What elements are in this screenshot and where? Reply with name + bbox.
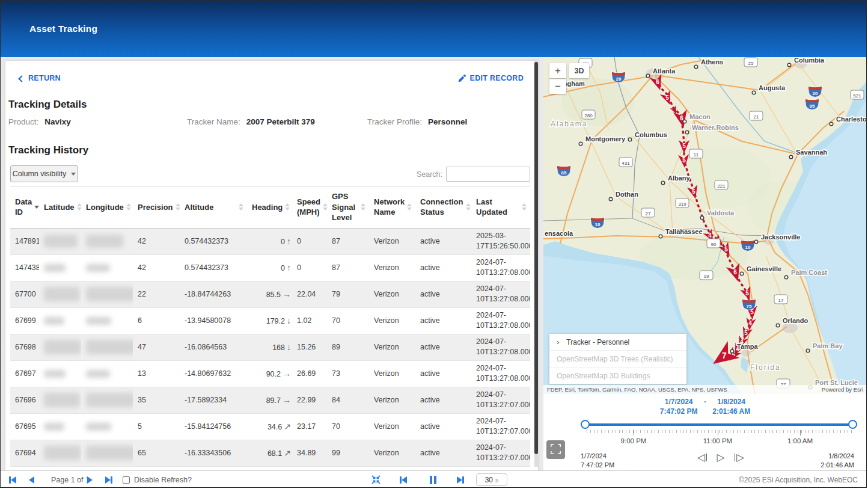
- fullscreen-button[interactable]: [546, 440, 565, 459]
- column-header[interactable]: Network Name: [369, 186, 415, 229]
- column-visibility-button[interactable]: Column visibility: [10, 165, 78, 182]
- table-row[interactable]: 147891420.5744323730↑087Verizonactive202…: [10, 228, 530, 254]
- zoom-in-button[interactable]: +: [549, 63, 566, 78]
- disable-refresh-checkbox[interactable]: [123, 471, 130, 488]
- table-row[interactable]: 676955-15.8412475634.6↗23.1770Verizonact…: [10, 413, 530, 440]
- column-header[interactable]: Connection Status: [415, 186, 471, 229]
- time-slider: 1/7/20247:47:02 PM - 1/8/20242:01:46 AM …: [543, 394, 867, 470]
- column-header[interactable]: Latitude: [39, 186, 81, 229]
- layer-item[interactable]: OpenStreetMap 3D Buildings: [549, 368, 686, 384]
- step-back-button[interactable]: ◁: [697, 452, 708, 463]
- svg-text:25: 25: [748, 61, 754, 66]
- edit-record-link[interactable]: EDIT RECORD: [458, 74, 524, 82]
- city-dot: [784, 275, 788, 279]
- column-header[interactable]: Heading: [247, 186, 292, 229]
- prev-page-button[interactable]: [29, 471, 34, 488]
- column-header[interactable]: Precision: [133, 186, 180, 229]
- table-row[interactable]: 147438420.5744323730↑087Verizonactive202…: [10, 254, 530, 281]
- collapse-panel-button[interactable]: [371, 471, 381, 488]
- map-label: Dothan: [616, 191, 638, 198]
- 3d-mode-button[interactable]: 3D: [569, 63, 589, 78]
- column-header[interactable]: Last Updated: [471, 186, 530, 229]
- slider-ticks: [587, 430, 851, 437]
- first-page-button[interactable]: [9, 471, 16, 488]
- table-row[interactable]: 6769847-16.0864563168↓15.2689Verizonacti…: [10, 334, 530, 360]
- redacted-longitude: [86, 317, 111, 325]
- map-label: Columbus: [635, 131, 667, 138]
- redacted-latitude: [44, 393, 80, 407]
- chevron-down-icon: [71, 173, 76, 176]
- map-label: Macon: [689, 113, 711, 120]
- column-header[interactable]: Data ID: [10, 186, 39, 229]
- redacted-longitude: [86, 340, 133, 354]
- map-label: Columbia: [794, 57, 825, 64]
- tracker-name-value: 2007 Peterbilt 379: [246, 117, 315, 126]
- search-box: Search:: [417, 167, 530, 182]
- pause-refresh-button[interactable]: [430, 471, 436, 488]
- sort-icon: [77, 203, 82, 211]
- map-label: ensacola: [545, 230, 573, 237]
- city-dot: [740, 272, 744, 275]
- refresh-skip-start-button[interactable]: [400, 471, 407, 488]
- slider-track[interactable]: [585, 423, 853, 426]
- tracker-profile-label: Tracker Profile:: [367, 117, 422, 126]
- table-row[interactable]: 6769465-16.3334350668.1↗34.8999Verizonac…: [10, 440, 530, 466]
- play-button[interactable]: ▷: [717, 452, 724, 463]
- step-forward-button[interactable]: ▷: [735, 452, 745, 463]
- refresh-skip-end-button[interactable]: [457, 471, 464, 488]
- refresh-interval-box[interactable]: 30s: [476, 471, 507, 488]
- redacted-latitude: [44, 446, 81, 460]
- highway-shield-icon: 431: [619, 158, 632, 167]
- column-header[interactable]: Longitude: [81, 186, 133, 229]
- svg-text:5: 5: [745, 290, 749, 297]
- svg-text:521: 521: [853, 93, 861, 99]
- layer-item[interactable]: ›Tracker - Personnel: [549, 334, 686, 351]
- interstate-shield-icon: 20: [808, 87, 822, 97]
- redacted-longitude: [86, 287, 133, 301]
- table-scrollbar[interactable]: [534, 61, 538, 467]
- slider-handle-end[interactable]: [848, 420, 857, 429]
- start-datetime-label: 1/7/20247:47:02 PM: [581, 452, 614, 470]
- table-row[interactable]: 676996-13.94580078179.2↓1.0270Verizonact…: [10, 307, 530, 334]
- redacted-latitude: [44, 287, 80, 301]
- expand-icon: ›: [557, 337, 559, 346]
- last-page-button[interactable]: [105, 471, 112, 488]
- sort-icon: [466, 203, 471, 211]
- svg-text:4: 4: [748, 320, 752, 327]
- map-panel: 656555445655454457 431252802152111431221…: [543, 57, 867, 470]
- svg-text:27: 27: [646, 211, 651, 217]
- sort-icon: [176, 203, 180, 211]
- column-header[interactable]: GPS Signal Level: [327, 186, 369, 229]
- highway-shield-icon: 27: [641, 208, 655, 217]
- product-value: Navixy: [44, 117, 71, 126]
- table-row[interactable]: 6769713-14.8069763290.2→26.6973Verizonac…: [10, 360, 530, 387]
- column-header[interactable]: Altitude: [180, 186, 247, 229]
- table-row[interactable]: 6769635-17.589233489.7→22.9984Verizonact…: [10, 387, 530, 413]
- tracker-name-field: Tracker Name:2007 Peterbilt 379: [187, 117, 315, 126]
- svg-text:7: 7: [722, 351, 727, 360]
- zoom-out-button[interactable]: −: [549, 79, 566, 94]
- map-label: Tallahassee: [665, 228, 703, 235]
- search-input[interactable]: [446, 167, 530, 182]
- map-label: Orlando: [783, 317, 808, 324]
- svg-text:319: 319: [678, 201, 686, 207]
- svg-text:10: 10: [745, 245, 751, 250]
- slider-handle-start[interactable]: [581, 420, 590, 429]
- redacted-longitude: [86, 264, 110, 272]
- table-row[interactable]: 6770022-18.8474426385.5→22.0479Verizonac…: [10, 281, 530, 307]
- layer-list: ›Tracker - PersonnelOpenStreetMap 3D Tre…: [549, 334, 686, 384]
- table-row[interactable]: 2024-07-10T13:27:07.000Z: [10, 466, 530, 470]
- redacted-longitude: [86, 235, 123, 248]
- map-label: Palm Bay: [813, 342, 843, 349]
- interstate-shield-icon: 95: [805, 99, 819, 110]
- return-link[interactable]: RETURN: [19, 74, 61, 82]
- redacted-latitude: [44, 317, 64, 325]
- edit-record-label: EDIT RECORD: [470, 74, 524, 82]
- layer-item[interactable]: OpenStreetMap 3D Trees (Realistic): [549, 351, 686, 368]
- column-header[interactable]: Speed (MPH): [292, 186, 327, 229]
- city-dot: [787, 63, 791, 67]
- map[interactable]: 656555445655454457 431252802152111431221…: [543, 57, 867, 394]
- scrollbar-thumb[interactable]: [534, 62, 538, 454]
- map-label: Alabama: [551, 120, 587, 128]
- next-page-button[interactable]: [87, 471, 93, 488]
